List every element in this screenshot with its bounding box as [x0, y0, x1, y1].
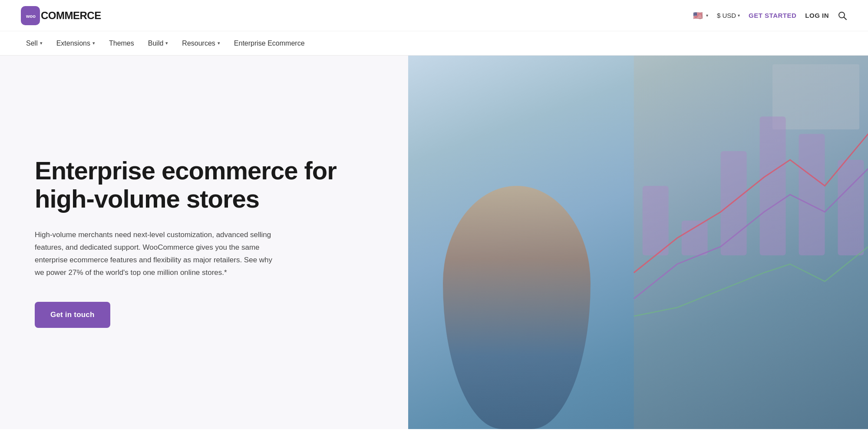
- resources-chevron-icon: ▾: [218, 40, 220, 46]
- nav-item-enterprise[interactable]: Enterprise Ecommerce: [229, 36, 310, 51]
- search-icon: [838, 11, 847, 20]
- hero-left-content: Enterprise ecommerce for high-volume sto…: [0, 56, 408, 429]
- commerce-logo-text: COMMERCE: [41, 10, 101, 22]
- currency-chevron-icon: ▾: [738, 13, 740, 18]
- build-chevron-icon: ▾: [165, 40, 168, 46]
- lang-chevron-icon: ▾: [706, 13, 708, 18]
- nav-item-extensions[interactable]: Extensions ▾: [51, 36, 100, 51]
- hero-right-image: [408, 56, 868, 429]
- nav-item-sell[interactable]: Sell ▾: [21, 36, 48, 51]
- login-button[interactable]: LOG IN: [805, 12, 829, 19]
- logo-area[interactable]: woo COMMERCE: [21, 6, 101, 25]
- background-box-element: [772, 64, 859, 129]
- sell-chevron-icon: ▾: [40, 40, 43, 46]
- nav-item-themes[interactable]: Themes: [104, 36, 139, 51]
- top-bar-right-actions: 🇺🇸 ▾ $ USD ▾ GET STARTED LOG IN: [692, 11, 847, 20]
- hero-title: Enterprise ecommerce for high-volume sto…: [35, 157, 373, 213]
- secondary-navigation: Sell ▾ Extensions ▾ Themes Build ▾ Resou…: [0, 31, 868, 56]
- language-selector[interactable]: 🇺🇸 ▾: [692, 12, 708, 20]
- woo-logo-icon: woo: [21, 6, 40, 25]
- get-started-button[interactable]: GET STARTED: [749, 12, 796, 19]
- nav-item-resources[interactable]: Resources ▾: [177, 36, 225, 51]
- flag-icon: 🇺🇸: [692, 12, 703, 20]
- svg-line-3: [844, 17, 847, 20]
- top-navigation-bar: woo COMMERCE 🇺🇸 ▾ $ USD ▾ GET STARTED LO…: [0, 0, 868, 31]
- currency-selector[interactable]: $ USD ▾: [717, 12, 740, 19]
- extensions-chevron-icon: ▾: [92, 40, 95, 46]
- nav-item-build[interactable]: Build ▾: [143, 36, 174, 51]
- search-button[interactable]: [838, 11, 847, 20]
- svg-text:woo: woo: [26, 13, 36, 19]
- hero-section: Enterprise ecommerce for high-volume sto…: [0, 56, 868, 429]
- currency-label: $ USD: [717, 12, 736, 19]
- get-in-touch-button[interactable]: Get in touch: [35, 302, 110, 328]
- hero-description: High-volume merchants need next-level cu…: [35, 229, 278, 279]
